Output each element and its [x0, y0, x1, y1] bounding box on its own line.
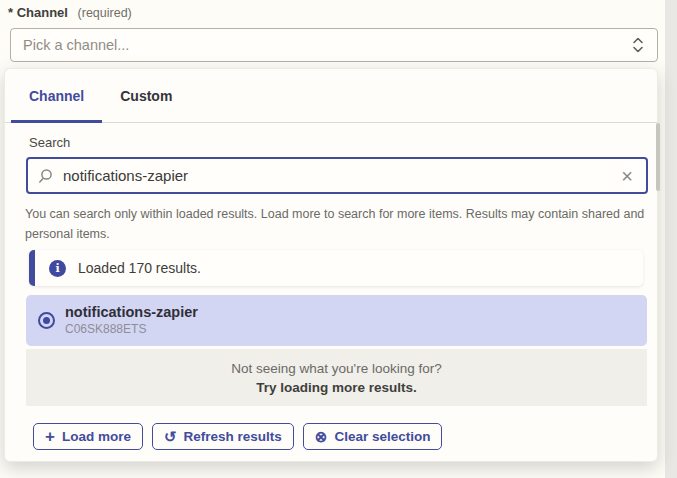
channel-dropdown-panel: Channel Custom Search × You can search o… — [4, 68, 658, 462]
info-icon: i — [49, 260, 66, 277]
search-box: × — [26, 157, 648, 194]
clear-search-icon[interactable]: × — [618, 166, 636, 186]
clear-circle-icon: ⊗ — [315, 429, 328, 444]
result-id: C06SK888ETS — [65, 322, 198, 337]
refresh-results-button[interactable]: ↺ Refresh results — [152, 423, 294, 450]
search-input[interactable] — [63, 167, 618, 184]
load-more-label: Load more — [62, 429, 131, 444]
dropdown-tabbar: Channel Custom — [5, 69, 657, 123]
radio-selected-icon[interactable] — [38, 312, 55, 329]
channel-field-label: * Channel (required) — [8, 5, 132, 20]
page-scrollbar-track[interactable] — [665, 0, 677, 478]
hint-suggestion: Try loading more results. — [256, 378, 417, 397]
result-texts: notifications-zapier C06SK888ETS — [65, 304, 198, 337]
refresh-icon: ↺ — [164, 429, 177, 444]
load-more-button[interactable]: + Load more — [33, 423, 143, 450]
result-title: notifications-zapier — [65, 304, 198, 321]
load-more-hint: Not seeing what you're looking for? Try … — [26, 349, 647, 406]
search-label: Search — [29, 135, 70, 150]
channel-field-label-text: * Channel — [8, 5, 68, 20]
search-icon — [38, 168, 54, 184]
channel-result-row[interactable]: notifications-zapier C06SK888ETS — [26, 295, 647, 346]
channel-picker-page: * Channel (required) Pick a channel... C… — [0, 0, 677, 478]
tab-custom-label: Custom — [120, 88, 172, 104]
hint-question: Not seeing what you're looking for? — [231, 359, 441, 378]
channel-select[interactable]: Pick a channel... — [10, 28, 658, 62]
chevron-up-down-icon — [631, 36, 645, 54]
refresh-results-label: Refresh results — [184, 429, 282, 444]
clear-selection-label: Clear selection — [334, 429, 430, 444]
plus-icon: + — [45, 428, 55, 445]
dropdown-scrollbar-thumb[interactable] — [656, 123, 660, 191]
search-helper-text: You can search only within loaded result… — [25, 204, 655, 244]
loaded-results-alert: i Loaded 170 results. — [29, 250, 643, 286]
required-note: (required) — [78, 6, 132, 20]
tab-channel[interactable]: Channel — [11, 69, 102, 122]
clear-selection-button[interactable]: ⊗ Clear selection — [303, 423, 443, 450]
channel-select-placeholder: Pick a channel... — [23, 37, 631, 53]
tab-channel-label: Channel — [29, 88, 84, 104]
loaded-results-text: Loaded 170 results. — [78, 260, 201, 276]
dropdown-footer: + Load more ↺ Refresh results ⊗ Clear se… — [33, 423, 442, 450]
tab-custom[interactable]: Custom — [102, 69, 190, 122]
